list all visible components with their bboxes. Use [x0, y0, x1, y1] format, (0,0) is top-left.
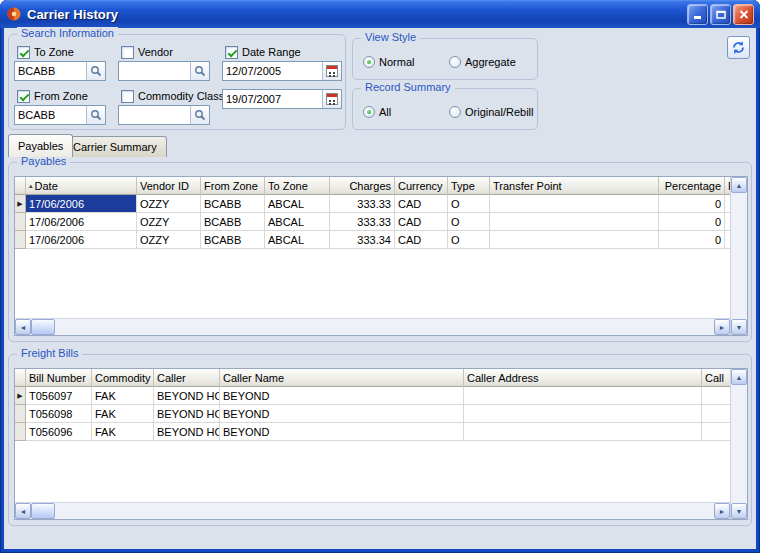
column-header-transfer-point[interactable]: Transfer Point	[490, 177, 659, 195]
date-to-field[interactable]: 19/07/2007	[222, 89, 342, 109]
table-cell[interactable]: 333.33	[330, 213, 395, 231]
maximize-button[interactable]	[710, 4, 731, 25]
table-row[interactable]: 17/06/2006OZZYBCABBABCAL333.34CADO0	[15, 231, 730, 249]
table-cell[interactable]: ABCAL	[265, 231, 330, 249]
scroll-right-button[interactable]: ►	[714, 503, 730, 519]
hscroll-track[interactable]	[55, 503, 714, 519]
from-zone-field[interactable]: BCABB	[14, 105, 106, 125]
tab-payables[interactable]: Payables	[8, 134, 73, 157]
vscroll-track[interactable]	[731, 385, 747, 503]
column-header-call[interactable]: Call	[702, 369, 730, 387]
tab-carrier-summary[interactable]: Carrier Summary	[63, 136, 167, 157]
scroll-right-button[interactable]: ►	[714, 319, 730, 335]
table-cell[interactable]: 0	[659, 213, 725, 231]
column-header-charges[interactable]: Charges	[330, 177, 395, 195]
commodity-class-lookup-button[interactable]	[190, 106, 209, 124]
table-cell[interactable]: T056098	[26, 405, 92, 423]
to-zone-lookup-button[interactable]	[86, 62, 105, 80]
table-cell[interactable]: T056096	[26, 423, 92, 441]
from-zone-checkbox[interactable]: From Zone	[17, 89, 88, 103]
table-cell[interactable]: OZZY	[137, 231, 201, 249]
table-row[interactable]: ▶17/06/2006OZZYBCABBABCAL333.33CADO0	[15, 195, 730, 213]
table-row[interactable]: T056098FAKBEYOND HOFBEYOND	[15, 405, 730, 423]
vendor-lookup-button[interactable]	[190, 62, 209, 80]
table-cell[interactable]	[490, 213, 659, 231]
column-header-date[interactable]: ▴Date	[26, 177, 137, 195]
table-cell[interactable]	[702, 387, 730, 405]
column-header-to-zone[interactable]: To Zone	[265, 177, 330, 195]
table-cell[interactable]: OZZY	[137, 195, 201, 213]
table-cell[interactable]: FAK	[92, 423, 154, 441]
table-cell[interactable]: BCABB	[201, 213, 265, 231]
table-cell[interactable]: FAK	[92, 387, 154, 405]
table-cell[interactable]: BEYOND	[220, 405, 464, 423]
table-cell[interactable]: 0	[659, 195, 725, 213]
column-header-commodity[interactable]: Commodity	[92, 369, 154, 387]
date-to-picker-button[interactable]	[322, 90, 341, 108]
column-header-from-zone[interactable]: From Zone	[201, 177, 265, 195]
table-cell[interactable]: CAD	[395, 213, 448, 231]
scroll-left-button[interactable]: ◄	[15, 319, 31, 335]
table-cell[interactable]: BEYOND HOF	[154, 405, 220, 423]
titlebar[interactable]: Carrier History	[0, 0, 760, 28]
commodity-class-field[interactable]	[118, 105, 210, 125]
freight-horizontal-scrollbar[interactable]: ◄ ►	[15, 502, 730, 519]
table-cell[interactable]: FAK	[92, 405, 154, 423]
payables-grid[interactable]: ▴DateVendor IDFrom ZoneTo ZoneChargesCur…	[14, 176, 748, 336]
commodity-class-checkbox[interactable]: Commodity Class	[121, 89, 224, 103]
vendor-checkbox[interactable]: Vendor	[121, 45, 173, 59]
table-cell[interactable]: ABCAL	[265, 195, 330, 213]
table-cell[interactable]	[490, 195, 659, 213]
to-zone-checkbox[interactable]: To Zone	[17, 45, 74, 59]
table-cell[interactable]: ABCAL	[265, 213, 330, 231]
close-button[interactable]	[733, 4, 754, 25]
hscroll-track[interactable]	[55, 319, 714, 335]
table-cell[interactable]	[702, 423, 730, 441]
column-header-caller-address[interactable]: Caller Address	[464, 369, 702, 387]
freight-vertical-scrollbar[interactable]: ▲ ▼	[730, 369, 747, 519]
table-cell[interactable]: BCABB	[201, 231, 265, 249]
column-header-currency[interactable]: Currency	[395, 177, 448, 195]
table-cell[interactable]: O	[448, 195, 490, 213]
table-cell[interactable]	[490, 231, 659, 249]
radio-all[interactable]: All	[363, 105, 391, 119]
table-cell[interactable]: BEYOND	[220, 423, 464, 441]
to-zone-field[interactable]: BCABB	[14, 61, 106, 81]
hscroll-thumb[interactable]	[31, 503, 55, 519]
hscroll-thumb[interactable]	[31, 319, 55, 335]
row-selector[interactable]	[15, 213, 26, 231]
table-cell[interactable]: BEYOND	[220, 387, 464, 405]
radio-original-rebill[interactable]: Original/Rebill	[449, 105, 533, 119]
row-selector[interactable]	[15, 423, 26, 441]
table-cell[interactable]: 17/06/2006	[26, 195, 137, 213]
column-header-vendor-id[interactable]: Vendor ID	[137, 177, 201, 195]
date-range-checkbox[interactable]: Date Range	[225, 45, 301, 59]
row-selector[interactable]	[15, 231, 26, 249]
table-cell[interactable]: 333.34	[330, 231, 395, 249]
vscroll-track[interactable]	[731, 193, 747, 319]
table-cell[interactable]: CAD	[395, 195, 448, 213]
table-cell[interactable]	[464, 423, 702, 441]
scroll-down-button[interactable]: ▼	[731, 503, 747, 519]
table-row[interactable]: ▶T056097FAKBEYOND HOFBEYOND	[15, 387, 730, 405]
table-cell[interactable]: BEYOND HOF	[154, 387, 220, 405]
column-header-bill-number[interactable]: Bill Number	[26, 369, 92, 387]
from-zone-lookup-button[interactable]	[86, 106, 105, 124]
table-cell[interactable]: O	[448, 231, 490, 249]
table-cell[interactable]: O	[448, 213, 490, 231]
radio-aggregate[interactable]: Aggregate	[449, 55, 516, 69]
table-cell[interactable]: 17/06/2006	[26, 231, 137, 249]
scroll-up-button[interactable]: ▲	[731, 177, 747, 193]
column-header-caller-name[interactable]: Caller Name	[220, 369, 464, 387]
date-from-picker-button[interactable]	[322, 62, 341, 80]
refresh-button[interactable]	[727, 36, 750, 59]
date-from-field[interactable]: 12/07/2005	[222, 61, 342, 81]
radio-normal[interactable]: Normal	[363, 55, 414, 69]
row-selector[interactable]: ▶	[15, 387, 26, 405]
table-row[interactable]: 17/06/2006OZZYBCABBABCAL333.33CADO0	[15, 213, 730, 231]
column-header-caller[interactable]: Caller	[154, 369, 220, 387]
vendor-field[interactable]	[118, 61, 210, 81]
table-cell[interactable]: 0	[659, 231, 725, 249]
table-cell[interactable]: CAD	[395, 231, 448, 249]
table-cell[interactable]: 333.33	[330, 195, 395, 213]
